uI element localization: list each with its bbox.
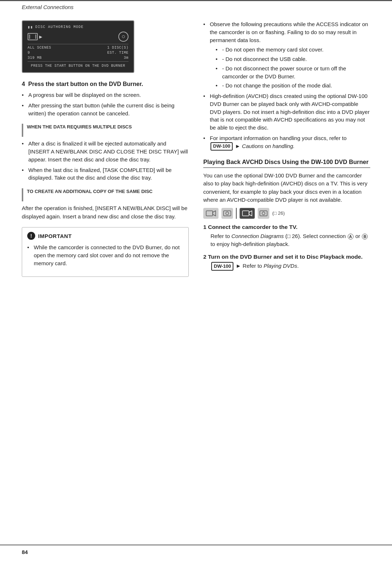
svg-marker-5 [249, 211, 252, 216]
step4-bullet-2: After pressing the start button (while t… [22, 102, 189, 118]
step4-bullet-1: A progress bar will be displayed on the … [22, 91, 189, 99]
svg-rect-6 [260, 211, 267, 216]
page-title: External Connections [22, 4, 74, 10]
circle-b: B [362, 234, 368, 239]
svg-point-3 [226, 212, 229, 215]
important-title: ! Important [27, 232, 183, 240]
step2-sub: DW-100 ► Refer to Playing DVDs. [203, 262, 370, 271]
step4-bullet-list: A progress bar will be displayed on the … [22, 91, 189, 117]
section-body: You can use the optional DW-100 DVD Burn… [203, 172, 370, 204]
note-bar-2 [22, 188, 23, 201]
when-bullet-list: After a disc is finalized it will be eje… [22, 140, 189, 182]
right-bullet-list-top: Observe the following precautions while … [203, 20, 370, 151]
important-bullet-1: While the camcorder is connected to the … [27, 243, 183, 267]
cam-icon-2 [240, 208, 255, 219]
svg-rect-0 [206, 211, 213, 216]
screen-divider-2 [28, 61, 128, 62]
step4-heading: 4 Press the start button on the DVD Burn… [22, 81, 189, 87]
important-box: ! Important While the camcorder is conne… [22, 227, 189, 277]
step2-title: 2 Turn on the DVD Burner and set it to D… [203, 254, 370, 260]
dw100-badge-1: DW-100 [211, 142, 233, 151]
when-bullet-2: When the last disc is finalized, [TASK C… [22, 166, 189, 182]
right-bullet-3: For important information on handling yo… [203, 134, 370, 151]
note-bar [22, 124, 23, 137]
left-column: ▮▮ DISC AUTHORING MODE ▶ [22, 13, 189, 280]
page-number-row: 84 [0, 545, 392, 555]
photo-icon-1 [221, 208, 233, 219]
section-heading: Playing Back AVCHD Discs Using the DW-10… [203, 159, 370, 168]
disc-icon [118, 32, 128, 42]
step1-title: 1 Connect the camcorder to the TV. [203, 224, 370, 230]
when-bullet-1: After a disc is finalized it will be eje… [22, 140, 189, 163]
step1-sub: Refer to Connection Diagrams (□ 26). Sel… [203, 232, 370, 249]
cam-icon-1 [203, 208, 219, 219]
page-ref: (□ 26) [272, 210, 285, 216]
arrow-right-icon: ▶ [39, 34, 42, 40]
screen-icon-left: ▶ [28, 33, 42, 40]
photo-icon-2 [258, 208, 269, 219]
when-heading: When the data requires multiple discs [22, 124, 189, 137]
to-create-title: To create an additional copy of the same… [27, 188, 152, 195]
circle-a: A [348, 234, 354, 239]
svg-marker-1 [213, 211, 216, 216]
screen-top-label: ▮▮ DISC AUTHORING MODE [28, 25, 128, 29]
when-title: When the data requires multiple discs [27, 124, 132, 130]
svg-rect-2 [224, 211, 231, 216]
screen-row-3: 319 MB 3m [28, 56, 128, 60]
screen-mockup: ▮▮ DISC AUTHORING MODE ▶ [22, 20, 134, 73]
right-sub-bullet-1: - Do not open the memory card slot cover… [216, 46, 370, 54]
icon-separator [236, 208, 237, 219]
right-sub-bullet-4: - Do not change the position of the mode… [216, 82, 370, 90]
right-sub-bullet-list: - Do not open the memory card slot cover… [210, 46, 370, 90]
film-icon [28, 33, 38, 40]
right-bullet-2: High-definition (AVCHD) discs created us… [203, 92, 370, 132]
screen-row-1: ALL SCENES 1 DISC(S) [28, 46, 128, 50]
svg-rect-4 [242, 211, 249, 216]
icon-bar: (□ 26) [203, 208, 370, 219]
page-number: 84 [22, 549, 28, 555]
right-sub-bullet-2: - Do not disconnect the USB cable. [216, 55, 370, 63]
screen-icons-row: ▶ [28, 32, 128, 42]
to-create-heading: To create an additional copy of the same… [22, 188, 189, 201]
right-bullet-1: Observe the following precautions while … [203, 20, 370, 90]
svg-point-7 [262, 212, 265, 215]
step2-block: 2 Turn on the DVD Burner and set it to D… [203, 254, 370, 271]
step1-block: 1 Connect the camcorder to the TV. Refer… [203, 224, 370, 249]
screen-bottom-label: PRESS THE START BUTTON ON THE DVD BURNER [28, 64, 128, 68]
main-content: ▮▮ DISC AUTHORING MODE ▶ [0, 13, 392, 280]
important-bullet-list: While the camcorder is connected to the … [27, 243, 183, 267]
to-create-body: After the operation is finished, [INSERT… [22, 204, 189, 221]
screen-row-2: 9 EST. TIME [28, 51, 128, 55]
important-icon: ! [27, 232, 35, 240]
screen-divider [28, 44, 128, 44]
right-column: Observe the following precautions while … [203, 13, 370, 280]
dw100-badge-2: DW-100 [211, 262, 233, 271]
top-bar: External Connections [0, 0, 392, 13]
right-sub-bullet-3: - Do not disconnect the power source or … [216, 65, 370, 81]
page: External Connections ▮▮ DISC AUTHORING M… [0, 0, 392, 566]
